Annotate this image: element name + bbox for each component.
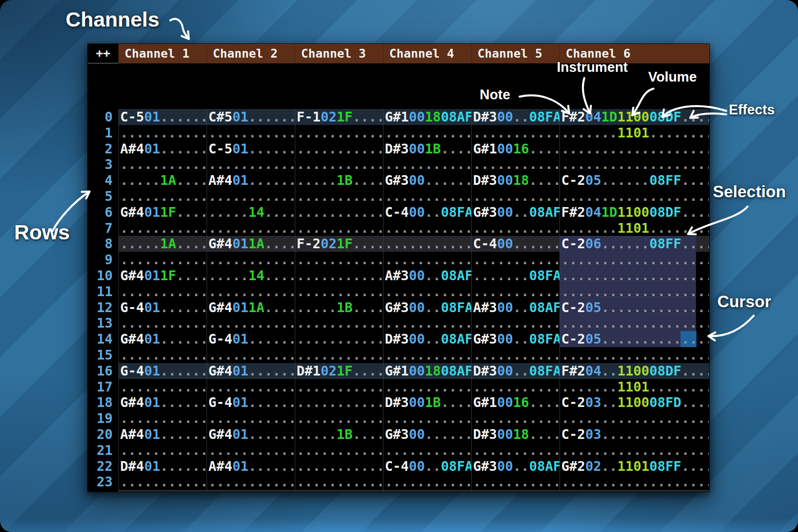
pattern-cell[interactable]: D#2021F....	[295, 490, 383, 492]
pattern-cell[interactable]: .....14....	[207, 268, 295, 284]
pattern-cell[interactable]: ...........	[295, 395, 383, 411]
pattern-cell[interactable]: G#300..08AF	[471, 204, 559, 220]
pattern-cell[interactable]: ...........	[207, 252, 295, 268]
pattern-cell[interactable]: ...........	[295, 331, 383, 347]
pattern-cell[interactable]: D#30018....	[471, 426, 559, 442]
pattern-cell[interactable]: ...........	[295, 252, 383, 268]
pattern-cell[interactable]: ...........	[295, 188, 383, 204]
pattern-cell[interactable]: ...........	[207, 442, 295, 458]
pattern-cell[interactable]: ...........	[383, 236, 471, 252]
pattern-cell[interactable]: .......1101........	[559, 125, 709, 141]
pattern-cell[interactable]: ...........	[207, 156, 295, 172]
pattern-cell[interactable]: A#401......	[118, 141, 207, 157]
pattern-cell[interactable]: .......1101........	[559, 379, 709, 395]
pattern-cell[interactable]: C-302..110008FD....	[559, 490, 709, 492]
pattern-cell[interactable]: C-400......	[471, 490, 559, 492]
pattern-cell[interactable]: ...........	[471, 156, 559, 172]
pattern-cell[interactable]: ...........	[383, 442, 471, 458]
pattern-cell[interactable]: ...........	[383, 379, 471, 395]
pattern-cell[interactable]: ...........	[383, 188, 471, 204]
pattern-cell[interactable]: ...........	[383, 315, 471, 331]
pattern-cell[interactable]: ...................	[559, 347, 709, 363]
pattern-cell[interactable]: ...........	[118, 188, 207, 204]
pattern-cell[interactable]: G-401......	[118, 363, 207, 379]
pattern-cell[interactable]: ...........	[471, 252, 559, 268]
pattern-cell[interactable]: G#202..110108FF....	[559, 458, 709, 474]
pattern-cell[interactable]: ...........	[471, 411, 559, 426]
pattern-cell[interactable]: ...........	[295, 268, 383, 284]
pattern-cell[interactable]: A#401......	[207, 172, 295, 188]
pattern-cell[interactable]: G#401......	[118, 395, 207, 411]
pattern-cell[interactable]: ...........	[295, 458, 383, 474]
pattern-cell[interactable]: ...................	[559, 284, 709, 300]
pattern-cell[interactable]: C-501......	[118, 109, 207, 125]
pattern-cell[interactable]: .....1B....	[295, 426, 383, 442]
pattern-cell[interactable]: D#3001B....	[383, 395, 471, 411]
pattern-cell[interactable]: F#2041D110008DF....	[559, 109, 709, 125]
pattern-cell[interactable]: D#300..08FA	[471, 109, 559, 125]
pattern-cell[interactable]: C-400..08FA	[383, 458, 471, 474]
pattern-cell[interactable]: ...........	[118, 490, 207, 492]
pattern-cell[interactable]: ...........	[471, 315, 559, 331]
pattern-cell[interactable]: ...........	[118, 474, 207, 490]
pattern-cell[interactable]: G#10016....	[471, 395, 559, 411]
pattern-cell[interactable]: C-205..............	[559, 300, 709, 316]
pattern-cell[interactable]: ...........	[295, 315, 383, 331]
pattern-cell[interactable]: ...........	[118, 252, 207, 268]
pattern-cell[interactable]: ...................	[559, 442, 709, 458]
pattern-cell[interactable]: ...........	[471, 442, 559, 458]
pattern-cell[interactable]: G#4011F....	[118, 268, 207, 284]
pattern-cell[interactable]: ...........	[118, 379, 207, 395]
pattern-cell[interactable]: ...........	[383, 474, 471, 490]
pattern-cell[interactable]: ...........	[295, 204, 383, 220]
pattern-cell[interactable]: F-2021F....	[295, 236, 383, 252]
pattern-cell[interactable]: ...........	[207, 411, 295, 426]
pattern-cell[interactable]: ...........	[207, 347, 295, 363]
pattern-cell[interactable]: ...........	[295, 347, 383, 363]
pattern-cell[interactable]: ...................	[559, 188, 709, 204]
pattern-cell[interactable]: ...........	[471, 188, 559, 204]
pattern-cell[interactable]: ...........	[295, 125, 383, 141]
pattern-cell[interactable]: D#300..08AF	[383, 331, 471, 347]
pattern-cell[interactable]: ...................	[559, 141, 709, 157]
pattern-cell[interactable]: ...........	[118, 284, 207, 300]
pattern-cell[interactable]: D#30018....	[471, 172, 559, 188]
pattern-cell[interactable]: ...................	[559, 411, 709, 426]
pattern-cell[interactable]: A#401......	[118, 426, 207, 442]
pattern-cell[interactable]: ...........	[207, 188, 295, 204]
pattern-cell[interactable]: ...........	[118, 315, 207, 331]
pattern-cell[interactable]: ...........	[383, 347, 471, 363]
pattern-cell[interactable]: ...........	[471, 284, 559, 300]
pattern-cell[interactable]: ...........	[471, 474, 559, 490]
pattern-cell[interactable]: G#401......	[207, 426, 295, 442]
pattern-cell[interactable]: G#300..08FA	[383, 300, 471, 316]
pattern-cell[interactable]: .....1A....	[118, 172, 207, 188]
pattern-cell[interactable]: ...........	[471, 379, 559, 395]
pattern-cell[interactable]: ...................	[559, 268, 709, 284]
pattern-cell[interactable]: .....1B....	[295, 300, 383, 316]
pattern-cell[interactable]: G#10016....	[471, 141, 559, 157]
pattern-cell[interactable]: ...........	[383, 490, 471, 492]
pattern-cell[interactable]: ...........	[207, 284, 295, 300]
pattern-cell[interactable]: ...........	[383, 125, 471, 141]
pattern-cell[interactable]: ...........	[207, 315, 295, 331]
pattern-cell[interactable]: ...................	[559, 156, 709, 172]
pattern-cell[interactable]: ...........	[383, 252, 471, 268]
pattern-cell[interactable]: C-203..............	[559, 426, 709, 442]
pattern-cell[interactable]: .....14....	[207, 204, 295, 220]
pattern-cell[interactable]: C-205......08FF....	[559, 172, 709, 188]
pattern-cell[interactable]: C#501......	[207, 109, 295, 125]
pattern-cell[interactable]: C-203..110008FD....	[559, 395, 709, 411]
pattern-cell[interactable]: ...................	[559, 252, 709, 268]
pattern-cell[interactable]: F-1021F....	[295, 109, 383, 125]
pattern-cell[interactable]: C-205..............	[559, 331, 709, 347]
pattern-cell[interactable]: ...................	[559, 474, 709, 490]
pattern-cell[interactable]: ...........	[471, 125, 559, 141]
pattern-cell[interactable]: F#204..110008DF....	[559, 363, 709, 379]
pattern-cell[interactable]: A#401......	[207, 458, 295, 474]
pattern-cell[interactable]: C-501......	[207, 141, 295, 157]
pattern-cell[interactable]: D#1021F....	[295, 363, 383, 379]
pattern-cell[interactable]: ...........	[118, 156, 207, 172]
pattern-cell[interactable]: .......08FA	[471, 268, 559, 284]
pattern-cell[interactable]: G#300..08AF	[471, 458, 559, 474]
